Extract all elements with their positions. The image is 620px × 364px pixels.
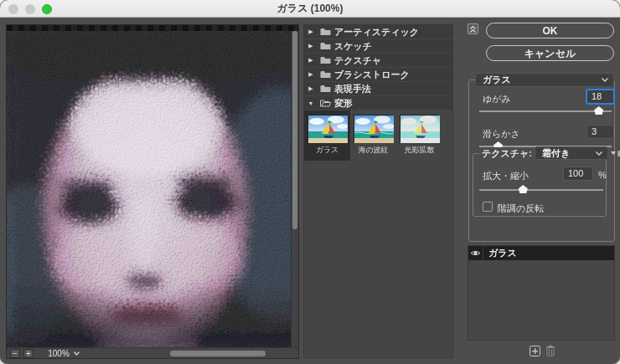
thumb-label: 海の波紋: [358, 145, 388, 156]
folder-label: 変形: [333, 97, 353, 110]
cancel-button[interactable]: キャンセル: [486, 45, 614, 61]
invert-checkbox[interactable]: [483, 202, 493, 212]
effect-layer-name: ガラス: [483, 247, 517, 259]
glass-thumbnail-image: [307, 115, 347, 142]
disclosure-closed-icon[interactable]: ▶: [304, 57, 318, 64]
distortion-label: ゆがみ: [483, 93, 511, 105]
collapse-panel-button[interactable]: [468, 23, 478, 34]
smoothness-label: 滑らかさ: [483, 128, 520, 141]
filter-thumbnail-row: ガラス: [304, 110, 452, 161]
trash-icon: [545, 345, 555, 356]
filter-category-list: ▶ アーティスティック ▶ スケッチ ▶ テクスチャ ▶ ブラシストロー: [303, 24, 453, 358]
titlebar[interactable]: ガラス (100%): [0, 0, 620, 18]
slider-track: [479, 189, 603, 191]
plus-square-icon: [530, 346, 540, 356]
ok-button[interactable]: OK: [486, 23, 614, 38]
folder-icon: [318, 28, 333, 36]
texture-options-menu-button[interactable]: [610, 149, 620, 158]
minimize-button[interactable]: [25, 4, 35, 14]
texture-select-dropdown[interactable]: 霜付き: [535, 146, 608, 160]
zoom-level-dropdown[interactable]: 100%: [40, 348, 87, 359]
disclosure-open-icon[interactable]: ▼: [304, 100, 318, 106]
folder-icon: [318, 70, 333, 79]
filter-thumb-diffuse-glow[interactable]: 光彩拡散: [396, 110, 442, 161]
delete-effect-layer-button[interactable]: [545, 345, 555, 356]
scaling-value-field[interactable]: 100: [563, 167, 593, 181]
settings-panel: OK キャンセル ガラス ゆがみ 18 滑らかさ 3 テクスチャ: 霜付き: [466, 21, 617, 360]
scaling-unit-label: %: [598, 170, 607, 180]
chevron-down-icon: [602, 78, 613, 82]
layer-visibility-toggle[interactable]: [468, 246, 483, 260]
flyout-menu-icon: [610, 149, 620, 158]
effect-layer-row[interactable]: ガラス: [468, 246, 614, 260]
folder-icon: [318, 42, 333, 50]
chevron-down-icon: [74, 351, 80, 356]
zoom-out-button[interactable]: −: [10, 349, 20, 358]
chevron-down-icon: [596, 151, 607, 156]
disclosure-closed-icon[interactable]: ▶: [304, 71, 318, 78]
folder-stylize[interactable]: ▶ 表現手法: [304, 82, 452, 95]
zoom-level-value: 100%: [48, 349, 70, 358]
texture-label: テクスチャ:: [479, 147, 535, 160]
eye-icon: [470, 249, 481, 257]
folder-label: スケッチ: [333, 40, 372, 53]
preview-image[interactable]: [7, 31, 298, 348]
effect-layers-panel: ガラス: [468, 245, 615, 341]
close-button[interactable]: [8, 4, 18, 14]
thumb-label: 光彩拡散: [405, 145, 435, 156]
folder-texture[interactable]: ▶ テクスチャ: [304, 54, 452, 67]
double-chevron-up-icon: [469, 25, 477, 33]
disclosure-closed-icon[interactable]: ▶: [304, 85, 318, 92]
folder-icon: [318, 56, 333, 64]
filter-thumb-glass[interactable]: ガラス: [304, 110, 350, 161]
folder-sketch[interactable]: ▶ スケッチ: [304, 39, 452, 53]
filter-gallery-dialog: ガラス (100%): [0, 0, 620, 364]
zoom-in-button[interactable]: +: [23, 349, 34, 358]
folder-icon: [318, 85, 333, 93]
folder-label: ブラシストローク: [333, 69, 410, 81]
preview-horizontal-scrollbar[interactable]: [170, 351, 266, 356]
fullscreen-button[interactable]: [42, 4, 52, 14]
folder-label: 表現手法: [333, 83, 371, 95]
filter-thumb-ocean-ripple[interactable]: 海の波紋: [350, 110, 396, 161]
folder-distort[interactable]: ▼ 変形: [304, 96, 452, 110]
disclosure-closed-icon[interactable]: ▶: [304, 28, 318, 35]
preview-vertical-scrollbar[interactable]: [291, 31, 298, 348]
thumb-label: ガラス: [316, 145, 339, 156]
texture-select-value: 霜付き: [535, 147, 596, 160]
window-title: ガラス (100%): [277, 2, 344, 16]
transparency-checkerboard-icon: [7, 25, 298, 31]
folder-label: アーティスティック: [333, 26, 419, 38]
open-folder-icon: [318, 99, 333, 107]
disclosure-closed-icon[interactable]: ▶: [304, 43, 318, 49]
ocean-ripple-thumbnail-image: [354, 115, 393, 142]
distortion-slider[interactable]: [479, 106, 612, 115]
filter-select-dropdown[interactable]: ガラス: [475, 73, 614, 87]
diffuse-glow-thumbnail-image: [400, 115, 439, 142]
folder-label: テクスチャ: [333, 54, 381, 67]
scaling-label: 拡大・縮小: [483, 170, 529, 182]
traffic-lights: [8, 0, 52, 18]
preview-status-bar: − + 100%: [7, 347, 298, 358]
scaling-slider[interactable]: [479, 185, 603, 193]
folder-brush-strokes[interactable]: ▶ ブラシストローク: [304, 68, 452, 81]
slider-thumb[interactable]: [519, 185, 528, 193]
vertical-scrollbar-thumb[interactable]: [292, 31, 297, 229]
filter-select-value: ガラス: [476, 74, 602, 86]
distortion-value-field[interactable]: 18: [586, 90, 614, 104]
invert-label: 階調の反転: [498, 203, 544, 215]
slider-thumb[interactable]: [594, 106, 603, 115]
new-effect-layer-button[interactable]: [530, 346, 540, 356]
smoothness-value-field[interactable]: 3: [586, 125, 614, 139]
folder-artistic[interactable]: ▶ アーティスティック: [304, 25, 452, 38]
preview-panel: − + 100%: [6, 24, 299, 359]
glass-sparkle-overlay: [7, 31, 298, 348]
slider-track: [479, 110, 612, 112]
